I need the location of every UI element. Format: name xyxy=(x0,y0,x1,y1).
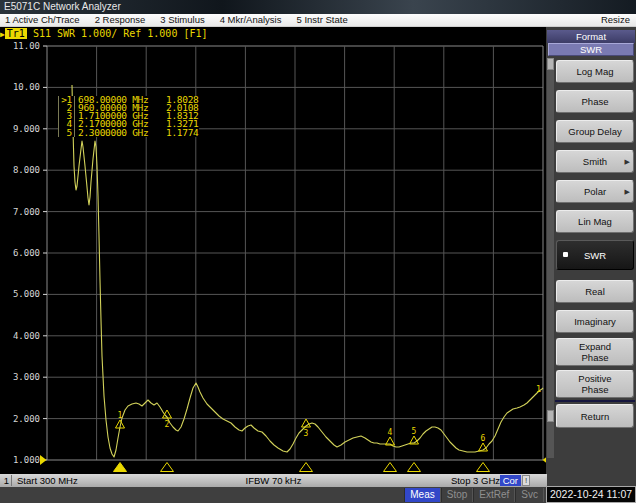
menu-item-instr-state[interactable]: 5 Instr State xyxy=(296,14,347,26)
table-column-separator xyxy=(74,104,75,112)
y-axis-label: 2.000 xyxy=(13,414,40,424)
marker-value: 1.1774 xyxy=(166,127,199,138)
y-axis-label: 4.000 xyxy=(13,331,40,341)
status-meas: Meas xyxy=(404,488,440,502)
stimulus-marker-5[interactable] xyxy=(408,463,421,472)
trace-name-badge[interactable]: Tr1 xyxy=(5,28,27,39)
table-column-separator xyxy=(74,120,75,128)
datetime-display: 2022-10-24 11:07 xyxy=(546,486,636,503)
y-axis-label: 3.000 xyxy=(13,372,40,382)
softkey-label: Phase xyxy=(557,352,633,363)
menu-item-active-ch-trace[interactable]: 1 Active Ch/Trace xyxy=(5,14,80,26)
stimulus-marker-2[interactable] xyxy=(161,463,174,472)
softkey-log-mag[interactable]: Log Mag xyxy=(556,60,634,83)
menu-items: 1 Active Ch/Trace2 Response3 Stimulus4 M… xyxy=(5,14,363,26)
start-frequency-readout: Start 300 MHz xyxy=(17,474,78,487)
trace-marker-label-4: 4 xyxy=(388,428,393,437)
table-column-separator xyxy=(74,129,75,137)
softkey-label: Real xyxy=(557,286,633,297)
trace-number-label: 1 xyxy=(536,384,541,394)
marker-table-row: 52.3000000 GHz1.1774 xyxy=(59,129,199,137)
softkey-menu-value: SWR xyxy=(548,43,634,56)
scrollbar-down-thumb[interactable] xyxy=(547,410,554,422)
softkey-label: Phase xyxy=(557,96,633,107)
softkey-label: Expand xyxy=(557,341,633,352)
softkey-label: Return xyxy=(557,411,633,422)
softkey-label: Phase xyxy=(557,384,633,395)
submenu-arrow-icon: ▶ xyxy=(625,158,630,166)
y-axis-label: 8.000 xyxy=(13,165,40,175)
stimulus-marker-1[interactable] xyxy=(114,463,127,472)
softkey-menu-title: Format xyxy=(547,30,635,43)
y-axis-label: 5.000 xyxy=(13,289,40,299)
status-indicators: MeasStopExtRefSvc xyxy=(404,487,544,503)
y-axis-label: 6.000 xyxy=(13,248,40,258)
y-axis-label: 11.00 xyxy=(13,41,40,51)
softkey-lin-mag[interactable]: Lin Mag xyxy=(556,210,634,233)
selected-bullet-icon xyxy=(563,252,568,257)
table-column-separator xyxy=(74,96,75,104)
softkey-label: Polar xyxy=(557,186,633,197)
softkey-label: Log Mag xyxy=(557,66,633,77)
softkey-label: Group Delay xyxy=(557,126,633,137)
softkey-label: Imaginary xyxy=(557,316,633,327)
stop-frequency-readout: Stop 3 GHz xyxy=(451,474,500,487)
softkey-return[interactable]: Return xyxy=(556,404,634,428)
warning-badge: ! xyxy=(522,475,530,486)
menu-item-mkr-analysis[interactable]: 4 Mkr/Analysis xyxy=(220,14,282,26)
window-title: E5071C Network Analyzer xyxy=(4,1,121,12)
trace-marker-label-6: 6 xyxy=(481,434,486,443)
stimulus-marker-3[interactable] xyxy=(300,463,313,472)
menu-resize[interactable]: Resize xyxy=(601,14,630,26)
softkey-smith[interactable]: Smith▶ xyxy=(556,150,634,173)
softkey-swr[interactable]: SWR xyxy=(556,240,634,270)
menu-item-stimulus[interactable]: 3 Stimulus xyxy=(160,14,204,26)
y-axis-label: 9.000 xyxy=(13,124,40,134)
table-column-separator xyxy=(74,112,75,120)
softkey-separator xyxy=(555,400,635,402)
trace-marker-label-5: 5 xyxy=(412,427,417,436)
trace-marker-label-2: 2 xyxy=(165,420,170,429)
window-title-bar[interactable]: E5071C Network Analyzer xyxy=(0,0,636,14)
marker-readout-table: >1698.00000 MHz1.80282960.00000 MHz2.010… xyxy=(58,96,199,137)
trace-status-bar: ▶Tr1 S11 SWR 1.000/ Ref 1.000 [F1] xyxy=(0,27,546,40)
status-svc: Svc xyxy=(515,488,544,502)
softkey-polar[interactable]: Polar▶ xyxy=(556,180,634,203)
softkey-label: Positive xyxy=(557,373,633,384)
channel-status-bar: 1 IFBW 70 kHz Start 300 MHz Stop 3 GHz C… xyxy=(0,474,547,487)
trace-marker-label-1: 1 xyxy=(118,411,123,420)
softkey-positive-phase[interactable]: PositivePhase xyxy=(556,370,634,398)
plot-area: 11.0010.009.0008.0007.0006.0005.0004.000… xyxy=(0,40,546,474)
stimulus-marker-4[interactable] xyxy=(384,463,397,472)
marker-number: 5 xyxy=(59,129,72,137)
softkey-group-delay[interactable]: Group Delay xyxy=(556,120,634,143)
stimulus-marker-6[interactable] xyxy=(477,463,490,472)
trace-marker-label-3: 3 xyxy=(304,429,309,438)
softkey-sidebar: Format SWR Log MagPhaseGroup DelaySmith▶… xyxy=(546,27,636,486)
instrument-status-bar: MeasStopExtRefSvc xyxy=(0,487,546,503)
status-extref: ExtRef xyxy=(473,488,515,502)
softkey-label: Lin Mag xyxy=(557,216,633,227)
y-axis-label: 10.00 xyxy=(13,82,40,92)
menu-bar: 1 Active Ch/Trace2 Response3 Stimulus4 M… xyxy=(0,14,636,27)
y-axis-label: 1.000 xyxy=(13,455,40,465)
menu-item-response[interactable]: 2 Response xyxy=(95,14,146,26)
softkey-label: Smith xyxy=(557,156,633,167)
submenu-arrow-icon: ▶ xyxy=(625,188,630,196)
y-axis-label: 7.000 xyxy=(13,207,40,217)
softkey-scrollbar[interactable] xyxy=(547,58,554,458)
softkey-real[interactable]: Real xyxy=(556,280,634,303)
marker-frequency: 2.3000000 GHz xyxy=(78,129,166,137)
swr-trace xyxy=(72,85,543,457)
instrument-screen: E5071C Network Analyzer 1 Active Ch/Trac… xyxy=(0,0,636,503)
softkey-label: SWR xyxy=(557,250,633,261)
status-stop: Stop xyxy=(441,488,474,502)
ref-level-arrow-left xyxy=(40,455,47,465)
trace-status-text: S11 SWR 1.000/ Ref 1.000 [F1] xyxy=(27,28,208,39)
softkey-phase[interactable]: Phase xyxy=(556,90,634,113)
softkey-imaginary[interactable]: Imaginary xyxy=(556,310,634,333)
scrollbar-up-thumb[interactable] xyxy=(547,58,554,70)
softkey-expand-phase[interactable]: ExpandPhase xyxy=(556,338,634,366)
correction-badge: Cor xyxy=(500,475,521,486)
